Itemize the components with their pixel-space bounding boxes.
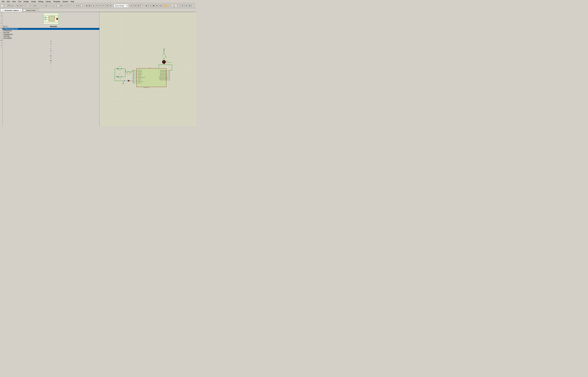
tb-btn-25[interactable]: ⟳ bbox=[102, 4, 105, 7]
label-tool-icon[interactable]: A bbox=[0, 24, 2, 27]
print-button[interactable]: 🖨 bbox=[11, 4, 14, 7]
tb-btn-9[interactable]: ✂ bbox=[30, 4, 33, 7]
side-tool-5[interactable]: ⊞ bbox=[50, 50, 52, 52]
tb-btn-30[interactable]: 🖥 bbox=[137, 4, 140, 7]
side-tool-11[interactable]: + bbox=[50, 64, 52, 67]
zoom-in-button[interactable]: 🔍 bbox=[50, 4, 53, 7]
tb-btn-41[interactable]: ⊕ bbox=[181, 4, 184, 7]
tb-btn-13[interactable]: ⊕ bbox=[45, 4, 48, 7]
curvefit-tool-icon[interactable]: ∿ bbox=[0, 44, 2, 46]
tb-btn-42[interactable]: ⊟ bbox=[185, 4, 188, 7]
tb-btn-5[interactable]: ⊞ bbox=[16, 4, 19, 7]
select-tool-icon[interactable]: ↖ bbox=[0, 12, 2, 15]
tb-btn-38[interactable]: 📊 bbox=[171, 4, 174, 7]
menu-view[interactable]: View bbox=[11, 0, 17, 3]
tb-btn-39[interactable]: 📈 bbox=[174, 4, 178, 7]
help-button[interactable]: ? bbox=[140, 4, 144, 7]
redo-button[interactable]: ↷ bbox=[68, 4, 72, 7]
device-item-0[interactable]: 9C08052A2700ULHFT bbox=[3, 28, 99, 30]
tb-btn-26[interactable]: ⊞ bbox=[106, 4, 109, 7]
menu-system[interactable]: System bbox=[61, 0, 69, 3]
tb-btn-22[interactable]: ▲ bbox=[92, 4, 95, 7]
paste-button[interactable]: 📋 bbox=[80, 4, 83, 7]
device-item-1[interactable]: ATTINY2313 bbox=[3, 30, 99, 32]
tb-btn-12[interactable]: + bbox=[41, 4, 45, 7]
tb-btn-23[interactable]: ▼ bbox=[95, 4, 98, 7]
device-item-4[interactable]: CRYSTAL bbox=[3, 35, 99, 37]
copy-button[interactable]: ⧉ bbox=[77, 4, 80, 7]
side-tool-7[interactable]: ▶ bbox=[50, 55, 52, 57]
side-tool-3[interactable]: A bbox=[50, 45, 52, 47]
tab-schematic[interactable]: 📋 Schematic Capture ✕ bbox=[0, 9, 22, 12]
panel-l-button[interactable]: L bbox=[6, 25, 8, 28]
menu-tool[interactable]: Tool bbox=[17, 0, 22, 3]
side-tool-4[interactable]: ✏ bbox=[50, 47, 52, 50]
device-item-5[interactable]: LED-GREEN bbox=[3, 37, 99, 39]
schematic-tab-close[interactable]: ✕ bbox=[20, 10, 21, 11]
wire-tool-icon[interactable]: ⌐ bbox=[0, 17, 2, 20]
tb-btn-7[interactable]: ↩ bbox=[23, 4, 26, 7]
minus-tool-icon[interactable]: − bbox=[0, 47, 2, 49]
tb-btn-43[interactable]: 🔷 bbox=[188, 4, 191, 7]
menu-help[interactable]: Help bbox=[69, 0, 75, 3]
side-tool-9[interactable]: ⏹ bbox=[50, 59, 52, 62]
ground-tool-icon[interactable]: ⏚ bbox=[0, 29, 2, 32]
tb-btn-37[interactable]: ⏪ bbox=[166, 4, 169, 7]
text-tool-icon[interactable]: T bbox=[0, 37, 2, 39]
probe-tool-icon[interactable]: ⊸ bbox=[0, 42, 2, 44]
junction-tool-icon[interactable]: ● bbox=[0, 22, 2, 24]
tb-btn-21[interactable]: ▶ bbox=[88, 4, 92, 7]
tb-btn-10[interactable]: 🔌 bbox=[33, 4, 36, 7]
zoom-out-button[interactable]: 🔎 bbox=[53, 4, 56, 7]
tb-btn-27[interactable]: ⊟ bbox=[109, 4, 112, 7]
zoom-100-button[interactable]: 1:1 bbox=[60, 4, 63, 7]
menu-edit[interactable]: Edit bbox=[6, 0, 11, 3]
design-dropdown[interactable]: Base Design bbox=[114, 4, 128, 7]
zoom-fit-button[interactable]: ⬜ bbox=[57, 4, 60, 7]
side-tool-6[interactable]: 🔍 bbox=[50, 52, 52, 55]
tb-btn-34[interactable]: ⏭ bbox=[156, 4, 159, 7]
side-tool-2[interactable]: ⊟ bbox=[50, 43, 52, 45]
component-tool-icon[interactable]: ⊕ bbox=[0, 15, 2, 17]
save-button[interactable]: 💾 bbox=[7, 4, 11, 7]
tb-btn-36[interactable]: ⏩ bbox=[163, 4, 166, 7]
tb-btn-35[interactable]: ⏮ bbox=[159, 4, 162, 7]
source-tab-close[interactable]: ✕ bbox=[36, 10, 37, 11]
menu-file[interactable]: File bbox=[0, 0, 6, 3]
marker-tool-icon[interactable]: ✱ bbox=[0, 39, 2, 41]
power-tool-icon[interactable]: ⏻ bbox=[0, 27, 2, 29]
panel-p-button[interactable]: P bbox=[3, 25, 5, 28]
tb-btn-20[interactable]: ◀ bbox=[85, 4, 88, 7]
line-tool-icon[interactable]: ╱ bbox=[0, 34, 2, 36]
new-button[interactable]: 📄 bbox=[0, 4, 4, 7]
side-tool-1[interactable]: ⊕ bbox=[50, 40, 52, 42]
tb-btn-29[interactable]: ⊞ bbox=[133, 4, 137, 7]
tb-btn-8[interactable]: 📋 bbox=[26, 4, 29, 7]
schematic-canvas-area[interactable]: +5V R1 270 D1 LED-GREEN bbox=[99, 12, 196, 126]
tb-btn-33[interactable]: ⏹ bbox=[152, 4, 155, 7]
tb-btn-11[interactable]: 🔧 bbox=[36, 4, 40, 7]
bus-tool-icon[interactable]: ≡ bbox=[0, 20, 2, 22]
tb-btn-28[interactable]: ⊕ bbox=[130, 4, 133, 7]
menu-graph[interactable]: Graph bbox=[30, 0, 37, 3]
tb-btn-6[interactable]: ⊟ bbox=[19, 4, 22, 7]
tb-btn-32[interactable]: ⏸ bbox=[149, 4, 152, 7]
cut-button[interactable]: ✂ bbox=[73, 4, 76, 7]
port-tool-icon[interactable]: ▷ bbox=[0, 32, 2, 34]
side-tool-10[interactable]: 0° bbox=[50, 62, 52, 64]
device-item-2[interactable]: BUTTON bbox=[3, 32, 99, 34]
side-tool-8[interactable]: ⏸ bbox=[50, 57, 52, 59]
menu-design[interactable]: Design bbox=[22, 0, 30, 3]
tab-source[interactable]: 📄 Source Code ✕ bbox=[22, 9, 39, 12]
menu-template[interactable]: Template bbox=[52, 0, 61, 3]
menu-library[interactable]: Library bbox=[45, 0, 52, 3]
menu-debug[interactable]: Debug bbox=[37, 0, 45, 3]
undo-button[interactable]: ↶ bbox=[65, 4, 68, 7]
side-tool-12[interactable]: − bbox=[50, 67, 52, 69]
tb-btn-31[interactable]: ▶ bbox=[145, 4, 148, 7]
device-item-3[interactable]: CERAMIC22N bbox=[3, 34, 99, 35]
open-button[interactable]: 📂 bbox=[4, 4, 7, 7]
tb-btn-40[interactable]: 🔍 bbox=[178, 4, 181, 7]
tb-btn-44[interactable]: 📋 bbox=[192, 4, 195, 7]
tb-btn-24[interactable]: ⟲ bbox=[99, 4, 102, 7]
